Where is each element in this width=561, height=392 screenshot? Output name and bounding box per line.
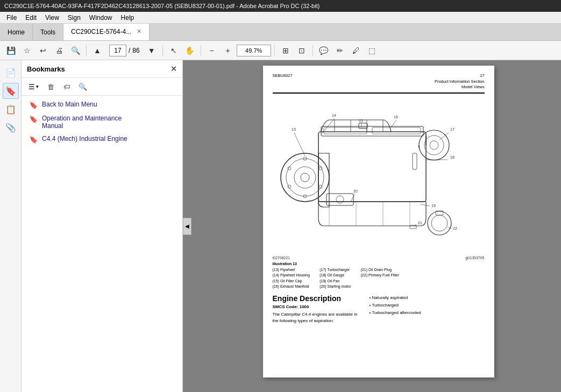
pdf-header-divider [273,92,485,94]
pdf-doc-id: SEBU8327 [273,73,293,90]
page-input[interactable] [109,45,126,56]
svg-text:20: 20 [353,189,358,193]
page-sep: / [129,47,130,54]
bookmarks-close-icon[interactable]: ✕ [171,65,177,73]
print-button[interactable]: 🖨 [52,44,67,58]
pdf-caption: Illustration 13 (13) Flywheel (14) Flywh… [273,262,485,290]
sidebar-layers-icon[interactable]: 📋 [3,101,19,117]
menu-window[interactable]: Window [85,13,117,23]
select-tool-button[interactable]: ↖ [166,44,181,58]
svg-text:16: 16 [394,115,398,119]
bookmarks-trash-button[interactable]: 🗑 [44,80,58,93]
menu-sign[interactable]: Sign [63,13,85,23]
prev-page-button[interactable]: ▲ [90,44,105,58]
caption-col-2: (17) Turbocharger (18) Oil Gauge (19) Oi… [319,267,351,290]
bookmark-item-operation[interactable]: 🔖 Operation and MaintenanceManual [22,112,182,132]
tab-home-label: Home [8,28,25,36]
pdf-section-sub: Model Views [435,84,485,90]
page-total: 86 [132,47,139,54]
toolbar: 💾 ☆ ↩ 🖨 🔍 ▲ / 86 ▼ ↖ ✋ − + ⊞ ⊡ 💬 ✏ 🖊 ⬚ [0,41,561,60]
bookmarks-header: Bookmarks ✕ [22,60,182,78]
svg-line-45 [294,133,305,156]
tab-home[interactable]: Home [0,24,33,40]
menu-file[interactable]: File [2,13,21,23]
bookmark-icon-2: 🔖 [29,115,38,123]
back-button[interactable]: ↩ [35,44,51,58]
menu-edit[interactable]: Edit [21,13,41,23]
tab-doc[interactable]: CC290C1E-5764-4... ✕ [63,24,150,40]
zoom-input[interactable] [237,45,271,56]
menu-view[interactable]: View [41,13,63,23]
bookmark-item-c44[interactable]: 🔖 C4.4 (Mech) Industrial Engine [22,132,182,146]
engine-description: Engine Description SMCS Code: 1000 The C… [273,294,485,324]
svg-line-51 [421,204,430,206]
svg-text:13: 13 [292,127,296,131]
cap2-4: (20) Starting motor [319,284,351,290]
tab-tools[interactable]: Tools [33,24,63,40]
cap3-2: (22) Primary Fuel Filter [361,273,400,279]
sidebar-page-icon[interactable]: 📄 [3,65,19,81]
bookmarks-list: 🔖 Back to Main Menu 🔖 Operation and Main… [22,96,182,392]
comment-button[interactable]: 💬 [316,44,331,58]
bookmark-item-main-menu[interactable]: 🔖 Back to Main Menu [22,98,182,112]
title-bar: CC290C1E-5764-40AC-93FA-F417F2D462C43128… [0,0,561,12]
svg-rect-3 [372,127,421,134]
pen-button[interactable]: 🖊 [349,44,364,58]
next-page-button[interactable]: ▼ [144,44,159,58]
caption-columns: (13) Flywheel (14) Flywheel Housing (15)… [273,267,485,290]
pdf-page: SEBU8327 17 Product Information Section … [263,66,494,377]
hand-tool-button[interactable]: ✋ [182,44,197,58]
svg-rect-29 [359,123,367,129]
caption-row: i02708221 g01353705 [273,256,485,260]
bookmark-icon-3: 🔖 [29,136,38,144]
svg-rect-0 [318,132,426,202]
aspiration-list: Naturally aspirated Turbocharged Turboch… [370,294,421,317]
cap3-1: (21) Oil Drain Plug [361,267,400,273]
svg-point-13 [281,153,329,202]
page-nav: / 86 [109,45,140,56]
pdf-area[interactable]: ◀ SEBU8327 17 Product Information Sectio… [183,60,561,392]
svg-point-32 [431,215,448,231]
cap2-2: (18) Oil Gauge [319,273,351,279]
highlight-button[interactable]: ✏ [332,44,347,58]
sidebar-bookmarks-icon[interactable]: 🔖 [3,83,19,99]
bookmark-star-button[interactable]: ☆ [19,44,34,58]
bookmarks-new-button[interactable]: 🏷 [60,80,74,93]
bookmark-label-3: C4.4 (Mech) Industrial Engine [42,135,127,142]
tab-tools-label: Tools [40,28,55,36]
save-button[interactable]: 💾 [3,44,18,58]
engine-desc-title: Engine Description [273,294,359,303]
svg-rect-30 [413,153,417,169]
stamp-button[interactable]: ⬚ [365,44,380,58]
toolbar-sep-4 [274,45,275,56]
bullet-3: Turbocharged aftercooled [370,309,421,317]
svg-point-15 [294,167,316,188]
zoom-in-button[interactable]: + [221,44,236,58]
menu-help[interactable]: Help [117,13,139,23]
zoom-search-button[interactable]: 🔍 [68,44,83,58]
bookmark-icon-1: 🔖 [29,101,38,109]
svg-text:18: 18 [450,155,455,159]
engine-desc-right: Naturally aspirated Turbocharged Turboch… [370,294,421,324]
toolbar-sep-5 [313,45,313,56]
svg-text:21: 21 [418,221,422,225]
sidebar-attach-icon[interactable]: 📎 [3,119,19,136]
pdf-section-name: Product Information Section [435,79,485,85]
tab-doc-label: CC290C1E-5764-4... [71,28,131,35]
icon-sidebar: 📄 🔖 📋 📎 [0,60,22,392]
panel-collapse-button[interactable]: ◀ [183,218,191,235]
zoom-out-button[interactable]: − [204,44,219,58]
toolbar-sep-2 [162,45,163,56]
cap2-1: (17) Turbocharger [319,267,351,273]
bookmarks-toolbar: ☰ ▾ 🗑 🏷 🔍 [22,78,182,96]
svg-text:15: 15 [359,119,363,123]
bookmarks-title: Bookmarks [27,65,65,73]
menu-bar: File Edit View Sign Window Help [0,12,561,24]
tab-close-icon[interactable]: ✕ [137,28,141,35]
bookmarks-options-dropdown[interactable]: ☰ ▾ [26,81,41,92]
bookmarks-search-button[interactable]: 🔍 [76,80,90,93]
fit-page-button[interactable]: ⊞ [278,44,293,58]
illustration-number: i02708221 [273,256,290,260]
marquee-zoom-button[interactable]: ⊡ [294,44,309,58]
svg-point-6 [430,141,438,149]
